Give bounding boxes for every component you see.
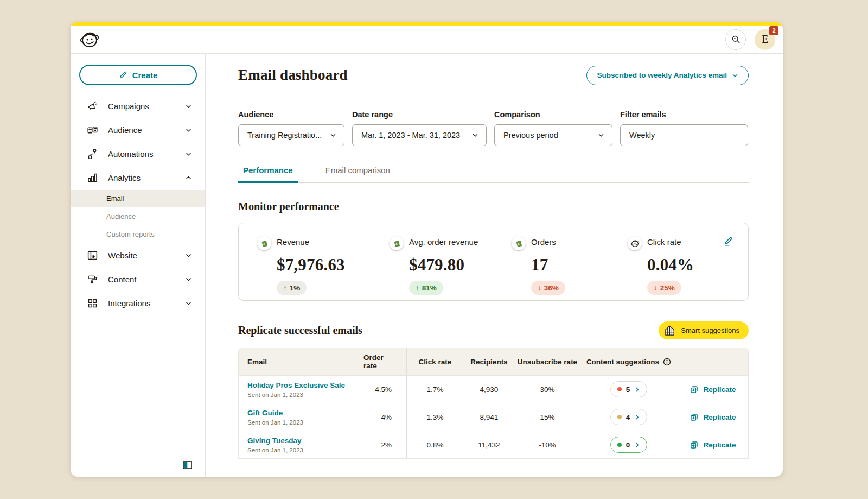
subscribe-label: Subscribed to weekly Analytics email (597, 71, 727, 79)
sidebar-item-content[interactable]: Content (71, 267, 205, 291)
email-name-link[interactable]: Gift Guide (247, 409, 303, 417)
amber-dot-icon (617, 415, 622, 419)
sidebar-item-campaigns[interactable]: Campaigns (71, 94, 205, 118)
copy-plus-icon (690, 440, 699, 450)
filter-label: Filter emails (620, 110, 748, 119)
date-range-select[interactable]: Mar. 1, 2023 - Mar. 31, 2023 (352, 124, 487, 146)
chevron-down-icon (732, 72, 738, 79)
svg-text:S: S (263, 241, 265, 245)
chevron-right-icon (634, 442, 640, 448)
email-sent-date: Sent on Jan 1, 2023 (247, 391, 345, 398)
sidebar-item-website[interactable]: Website (71, 243, 205, 267)
metric-label: Avg. order revenue (409, 237, 478, 249)
user-avatar[interactable]: E 2 (755, 29, 775, 50)
replicate-button[interactable]: Replicate (690, 440, 736, 450)
subscribe-dropdown-button[interactable]: Subscribed to weekly Analytics email (586, 66, 749, 85)
metric-label: Orders (531, 237, 556, 249)
tab-email-comparison[interactable]: Email comparison (321, 161, 395, 182)
recipients-value: 4,930 (463, 376, 515, 403)
content-suggestions-pill[interactable]: 0 (610, 437, 648, 453)
mailchimp-logo[interactable] (79, 29, 100, 50)
metric-change: 25% (660, 284, 675, 292)
search-icon (731, 34, 741, 45)
sidebar-subitem-custom-reports[interactable]: Custom reports (71, 225, 205, 243)
date-range-select-value: Mar. 1, 2023 - Mar. 31, 2023 (361, 131, 460, 140)
replicate-heading: Replicate successful emails (238, 324, 362, 337)
metric-value: 0.04% (647, 255, 732, 275)
sidebar-item-label: Content (108, 275, 137, 284)
shopify-icon: S (257, 236, 271, 250)
chevron-down-icon (185, 252, 192, 259)
shopify-icon: S (390, 236, 404, 250)
column-header-recipients: Recipients (463, 348, 515, 375)
sidebar-subitem-audience[interactable]: Audience (71, 207, 205, 225)
shopify-icon: S (512, 236, 526, 250)
sidebar-item-analytics[interactable]: Analytics (71, 166, 205, 190)
edit-metrics-icon[interactable] (723, 236, 734, 247)
sidebar-item-label: Integrations (108, 299, 150, 308)
greenhouse-icon (663, 324, 676, 337)
metric-label: Click rate (647, 237, 681, 249)
paint-roller-icon (87, 274, 99, 285)
svg-text:S: S (395, 241, 398, 245)
search-button[interactable] (725, 29, 746, 50)
comparison-select-value: Previous period (503, 131, 558, 140)
audience-select[interactable]: Training Registratio... (238, 124, 344, 146)
sidebar-item-label: Analytics (108, 173, 141, 182)
content-suggestions-pill[interactable]: 4 (610, 409, 648, 425)
order-rate-value: 2% (363, 431, 406, 458)
info-icon[interactable] (663, 358, 671, 366)
create-button[interactable]: Create (79, 65, 197, 85)
collapse-sidebar-icon[interactable] (183, 461, 192, 469)
column-header-label: Content suggestions (586, 358, 659, 366)
content-suggestions-pill[interactable]: 5 (610, 381, 648, 397)
tab-performance[interactable]: Performance (238, 161, 298, 183)
column-header-order-rate: Order rate (363, 348, 406, 375)
email-sent-date: Sent on Jan 1, 2023 (247, 419, 303, 426)
click-rate-value: 1.3% (406, 403, 463, 431)
click-rate-value: 1.7% (406, 376, 463, 403)
recipients-value: 8,941 (463, 403, 515, 431)
chevron-up-icon (185, 174, 192, 181)
table-row: Gift Guide Sent on Jan 1, 2023 4% 1.3% 8… (239, 403, 748, 431)
sidebar-item-integrations[interactable]: Integrations (71, 291, 205, 315)
metric-revenue: S Revenue $7,976.63 ↑ 1% (257, 236, 390, 300)
filter-date-range: Date range Mar. 1, 2023 - Mar. 31, 2023 (352, 110, 487, 146)
page-title: Email dashboard (238, 67, 348, 84)
sidebar-subitem-email[interactable]: Email (71, 190, 205, 207)
filter-emails-input[interactable] (620, 124, 748, 146)
replicate-button[interactable]: Replicate (690, 413, 736, 422)
sidebar-item-audience[interactable]: Audience (71, 118, 205, 142)
svg-text:S: S (518, 241, 520, 245)
main-content: Email dashboard Subscribed to weekly Ana… (206, 54, 783, 477)
metric-value: $7,976.63 (277, 255, 390, 275)
metric-orders: S Orders 17 ↓ 36% (512, 236, 628, 300)
email-name-link[interactable]: Giving Tuesday (247, 437, 303, 445)
replicate-button[interactable]: Replicate (690, 385, 736, 394)
metric-label: Revenue (277, 237, 309, 249)
table-row: Holiday Pros Exclusive Sale Sent on Jan … (239, 375, 748, 403)
metrics-card: S Revenue $7,976.63 ↑ 1% (238, 223, 749, 301)
chevron-down-icon (185, 150, 192, 157)
avatar-initial: E (762, 33, 768, 46)
recipients-value: 11,432 (463, 431, 515, 458)
metric-change-badge: ↑ 1% (277, 281, 307, 295)
sidebar-item-automations[interactable]: Automations (71, 142, 205, 166)
copy-plus-icon (690, 413, 699, 422)
smart-suggestions-button[interactable]: Smart suggestions (659, 321, 749, 339)
replicate-label: Replicate (703, 441, 736, 449)
chevron-down-icon (185, 127, 192, 134)
metric-value: 17 (531, 255, 628, 275)
sidebar-nav: Campaigns Aud (71, 94, 205, 315)
order-rate-value: 4% (363, 403, 406, 431)
unsubscribe-rate-value: 15% (515, 403, 580, 431)
sidebar-item-label: Automations (108, 149, 153, 159)
replicate-section-header: Replicate successful emails (238, 321, 749, 339)
page-header: Email dashboard Subscribed to weekly Ana… (206, 54, 783, 97)
comparison-select[interactable]: Previous period (494, 124, 612, 146)
filter-emails: Filter emails (620, 110, 748, 146)
notification-badge[interactable]: 2 (769, 26, 778, 35)
browser-cursor-icon (87, 250, 99, 261)
column-header-email: Email (239, 348, 363, 375)
email-name-link[interactable]: Holiday Pros Exclusive Sale (247, 381, 345, 389)
